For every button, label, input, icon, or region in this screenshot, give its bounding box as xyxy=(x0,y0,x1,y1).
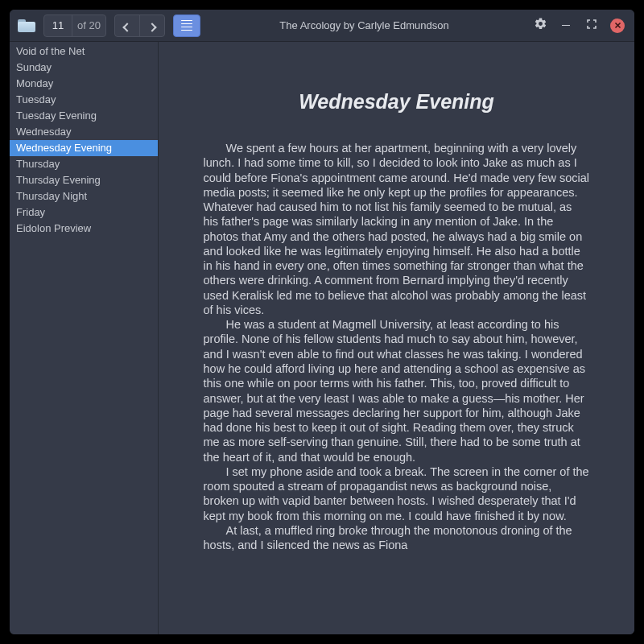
sidebar-item[interactable]: Wednesday Evening xyxy=(10,140,158,156)
minimize-button[interactable] xyxy=(554,14,578,38)
document-viewer: Wednesday Evening We spent a few hours a… xyxy=(159,42,634,634)
page-total-label: of 20 xyxy=(72,15,105,36)
open-file-button[interactable] xyxy=(14,14,39,38)
document-scroll-region[interactable]: Wednesday Evening We spent a few hours a… xyxy=(159,42,634,634)
gear-icon xyxy=(534,17,547,34)
titlebar-left: of 20 xyxy=(14,14,200,38)
sidebar-toggle-button[interactable] xyxy=(173,14,200,37)
folder-icon xyxy=(18,19,35,32)
settings-button[interactable] xyxy=(528,14,552,38)
sidebar-item[interactable]: Sunday xyxy=(10,60,158,76)
sidebar-item[interactable]: Thursday xyxy=(10,156,158,172)
page-number-input[interactable] xyxy=(44,19,72,31)
sidebar-item[interactable]: Friday xyxy=(10,204,158,221)
paragraph: At last, a muffled ring broke through th… xyxy=(204,523,590,553)
minimize-icon xyxy=(562,25,570,27)
sidebar-item[interactable]: Thursday Evening xyxy=(10,172,158,188)
titlebar: of 20 The Arcology by Carlyle Edmundson xyxy=(10,10,634,42)
paragraph: He was a student at Magmell University, … xyxy=(204,317,590,464)
page-indicator: of 20 xyxy=(43,14,106,37)
next-page-button[interactable] xyxy=(140,15,164,37)
sidebar-item[interactable]: Tuesday Evening xyxy=(10,108,158,124)
maximize-icon xyxy=(587,19,597,31)
chapter-sidebar[interactable]: Void of the NetSundayMondayTuesdayTuesda… xyxy=(10,42,159,634)
sidebar-item[interactable]: Thursday Night xyxy=(10,188,158,204)
paragraph: I set my phone aside and took a break. T… xyxy=(204,464,590,523)
prev-page-button[interactable] xyxy=(115,15,139,37)
sidebar-item[interactable]: Monday xyxy=(10,76,158,92)
sidebar-lines-icon xyxy=(181,20,192,31)
chapter-body: We spent a few hours at her apartment, b… xyxy=(204,141,590,552)
page-nav-group xyxy=(114,14,165,37)
content-area: Void of the NetSundayMondayTuesdayTuesda… xyxy=(10,42,634,634)
maximize-button[interactable] xyxy=(580,14,604,38)
chevron-left-icon xyxy=(122,23,131,31)
close-icon xyxy=(610,19,625,33)
chapter-title: Wednesday Evening xyxy=(204,90,590,114)
app-window: of 20 The Arcology by Carlyle Edmundson xyxy=(10,10,634,634)
titlebar-right xyxy=(528,14,630,38)
sidebar-item[interactable]: Tuesday xyxy=(10,92,158,108)
paragraph: We spent a few hours at her apartment, b… xyxy=(204,141,590,317)
sidebar-item[interactable]: Eidolon Preview xyxy=(10,221,158,237)
document-title: The Arcology by Carlyle Edmundson xyxy=(202,19,526,31)
page-content: Wednesday Evening We spent a few hours a… xyxy=(171,42,622,584)
sidebar-item[interactable]: Void of the Net xyxy=(10,43,158,60)
close-button[interactable] xyxy=(605,14,630,38)
sidebar-item[interactable]: Wednesday xyxy=(10,124,158,140)
chevron-right-icon xyxy=(147,23,156,31)
